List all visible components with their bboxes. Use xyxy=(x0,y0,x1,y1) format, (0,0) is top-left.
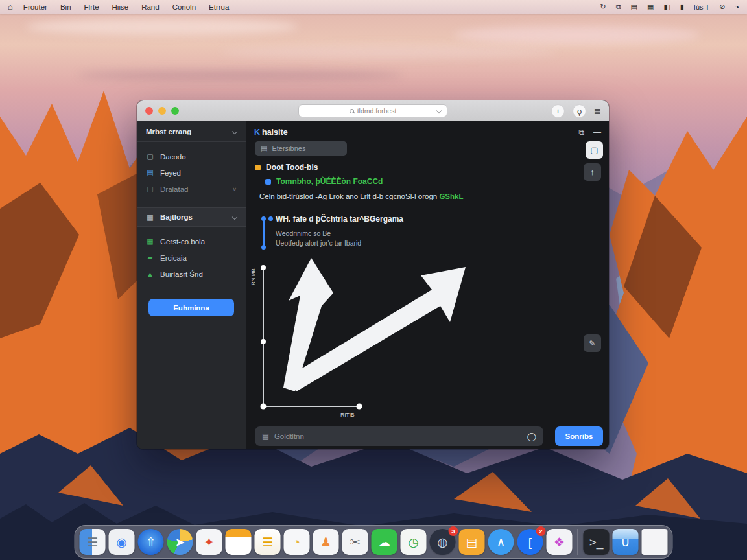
sidebar-header[interactable]: Mrbst errang xyxy=(137,121,246,142)
minimize-button[interactable] xyxy=(158,107,166,115)
record-circle-button[interactable]: ◯ xyxy=(527,432,536,441)
sidebar-item-dralatad[interactable]: ▢ Dralatad ∨ xyxy=(137,181,246,197)
axis-point[interactable] xyxy=(261,265,266,270)
dock: ☰ ◉ ⇧ ➤ ✦ xyxy=(75,525,673,559)
thread-dot-icon xyxy=(268,216,273,221)
document-dock-icon[interactable] xyxy=(642,529,668,555)
do-not-disturb-icon[interactable]: ⊘ xyxy=(719,3,725,11)
maps-dock-icon[interactable]: ➤ xyxy=(167,529,193,555)
dock-icon-glyph: ◉ xyxy=(116,536,127,548)
axis-point[interactable] xyxy=(261,404,267,410)
collapse-button[interactable]: — xyxy=(593,128,601,137)
submit-button[interactable]: Euhminna xyxy=(148,299,234,316)
finder-dock-icon[interactable]: ☰ xyxy=(80,529,106,555)
phone-dock-icon[interactable]: [ 2 xyxy=(517,529,543,555)
new-item-button[interactable]: + xyxy=(551,104,565,118)
menu-item[interactable]: Bin xyxy=(60,3,71,11)
sidebar-item-icon: ▢ xyxy=(146,152,154,161)
airdrop-dock-icon[interactable]: ∧ xyxy=(488,529,514,555)
paragraph-link[interactable]: GShkL xyxy=(439,192,463,200)
sidebar-item-gerstcobola[interactable]: ▦ Gerst-co.bola xyxy=(137,233,246,250)
content-paragraph: Celn bid-tlrúslod -Ag Lrok ano Lrlt d-b … xyxy=(259,192,463,200)
clock-label[interactable]: Iús T xyxy=(694,3,709,11)
contacts-dock-icon[interactable]: ♟ xyxy=(313,529,339,555)
sidebar-item-label: Dacodo xyxy=(160,153,186,161)
copy-button[interactable]: ▢ xyxy=(586,141,603,159)
apple-menu-icon[interactable]: ⌂ xyxy=(8,2,13,12)
main-header-actions: ⧉ — xyxy=(578,128,601,137)
chevron-down-icon xyxy=(232,215,237,220)
blue-bullet-icon xyxy=(265,179,271,185)
chevron-down-icon[interactable] xyxy=(436,108,442,113)
downloads-dock-icon[interactable]: ∪ xyxy=(613,529,639,555)
display-icon[interactable]: ▤ xyxy=(631,3,637,11)
message-placeholder: Goldtltnn xyxy=(274,432,304,440)
axis-point[interactable] xyxy=(357,404,362,410)
layout-toggle-button[interactable]: ≣ xyxy=(594,106,601,116)
sidebar-section-header[interactable]: ▦ Bajtlorgs xyxy=(137,207,246,227)
dock-icon-glyph: ⇧ xyxy=(146,536,156,548)
chevron-down-icon: ∨ xyxy=(232,186,237,192)
thread-line xyxy=(263,219,265,246)
page-title: halslte xyxy=(262,128,288,137)
menu-item[interactable]: Flrte xyxy=(84,3,99,11)
windows-icon[interactable]: ⧉ xyxy=(616,3,621,11)
sidebar-item-buirlasrt[interactable]: ▲ Buirlasrt Śrid xyxy=(137,266,246,282)
notes-dock-icon[interactable]: ☰ xyxy=(255,529,281,555)
dock-icon-glyph: ❖ xyxy=(554,536,565,548)
address-search-field[interactable]: tldmd.forbest xyxy=(298,104,447,117)
sidebar-item-feyed[interactable]: ▤ Feyed xyxy=(137,165,246,181)
menu-item[interactable]: Rand xyxy=(141,3,160,11)
cloud xyxy=(220,45,558,58)
zoom-button[interactable] xyxy=(171,107,179,115)
battery-icon[interactable]: ▮ xyxy=(680,3,684,11)
dock-icon-glyph: ∧ xyxy=(497,536,506,548)
address-search-value: tldmd.forbest xyxy=(357,107,397,115)
sidebar-header-label: Mrbst errang xyxy=(146,128,191,135)
panel-icon[interactable]: ⧉ xyxy=(578,128,584,137)
menu-item[interactable]: Frouter xyxy=(23,3,47,11)
axis-point[interactable] xyxy=(261,339,266,344)
window-titlebar: tldmd.forbest + ϙ ≣ xyxy=(137,100,609,121)
colors-icon[interactable]: ◧ xyxy=(663,3,670,11)
menu-bar: ⌂ FrouterBinFlrteHiiseRandConolnEtrrua ↻… xyxy=(0,0,747,14)
sidebar-item-ercicaia[interactable]: ▰ Ercicaia xyxy=(137,250,246,266)
drawing-canvas[interactable]: RN MB RITIB xyxy=(246,254,609,421)
timer-dock-icon[interactable]: ◷ xyxy=(401,529,427,555)
menu-item[interactable]: Etrrua xyxy=(209,3,229,11)
clock-dock-icon[interactable]: ◔ xyxy=(284,529,310,555)
messages-dock-icon[interactable]: ☁ xyxy=(372,529,397,555)
cloud xyxy=(26,18,298,35)
dock-icon-glyph: ➤ xyxy=(175,536,185,548)
banner-dock-icon[interactable]: ▤ xyxy=(459,529,485,555)
mail-dock-icon[interactable]: ✦ xyxy=(196,529,222,555)
calendar-dock-icon[interactable] xyxy=(226,529,252,555)
menu-item[interactable]: Conoln xyxy=(172,3,196,11)
scroll-up-button[interactable]: ↑ xyxy=(584,163,601,181)
filter-field[interactable]: ▤ Etersibnes xyxy=(255,141,347,156)
profile-button[interactable]: ϙ xyxy=(573,104,586,118)
contrast-icon[interactable]: ◔ xyxy=(735,3,739,11)
dock-icon-glyph: ☰ xyxy=(87,536,98,548)
sync-icon[interactable]: ↻ xyxy=(600,3,606,11)
send-button[interactable]: Sonribs xyxy=(555,426,603,446)
appstore-dock-icon[interactable]: ◍ 3 xyxy=(430,529,456,555)
photos-icon[interactable]: ▦ xyxy=(647,3,654,11)
sidebar-item-label: Dralatad xyxy=(160,185,188,193)
cloud xyxy=(454,26,700,44)
thread-dot-icon xyxy=(261,245,266,250)
close-button[interactable] xyxy=(145,107,153,115)
terminal-dock-icon[interactable]: >_ xyxy=(584,529,610,555)
browser-dock-icon[interactable]: ⇧ xyxy=(138,529,164,555)
dock-icon-glyph: ▤ xyxy=(466,536,478,548)
utilities-dock-icon[interactable]: ✂ xyxy=(342,529,368,555)
sidebar-item-dacodo[interactable]: ▢ Dacodo xyxy=(137,148,246,165)
photos-dock-icon[interactable]: ◉ xyxy=(109,529,135,555)
menu-item[interactable]: Hiise xyxy=(112,3,129,11)
main-panel: K halslte ⧉ — ▢ ▤ Etersibnes Doot Tood-b… xyxy=(246,121,609,449)
message-input[interactable]: ▤ Goldtltnn ◯ xyxy=(255,426,543,446)
sidebar-item-icon: ▢ xyxy=(146,185,154,193)
edit-pencil-button[interactable]: ✎ xyxy=(584,334,601,352)
shapes-dock-icon[interactable]: ❖ xyxy=(547,529,573,555)
notification-badge: 2 xyxy=(536,526,546,536)
